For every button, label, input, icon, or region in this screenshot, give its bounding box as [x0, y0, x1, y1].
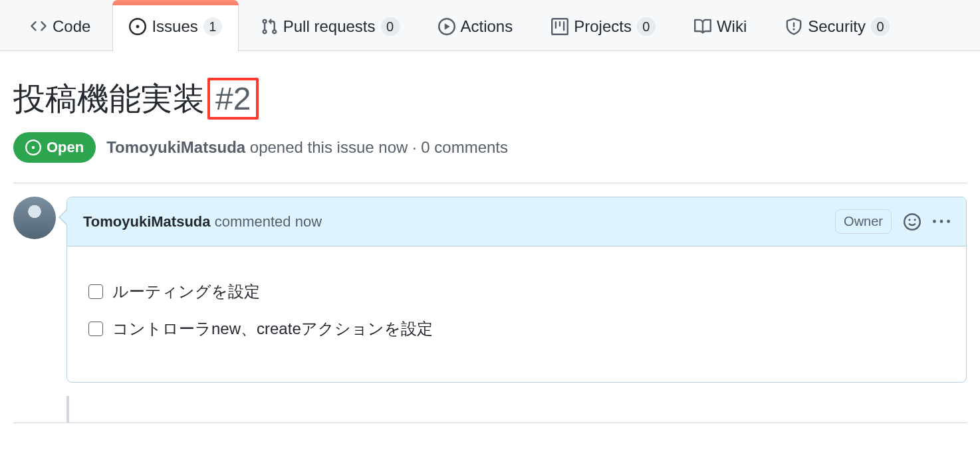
timeline-line: [66, 396, 69, 423]
state-badge-open: Open: [13, 132, 96, 163]
smiley-icon[interactable]: [904, 213, 921, 231]
tab-wiki[interactable]: Wiki: [677, 2, 763, 50]
kebab-icon[interactable]: [933, 213, 950, 231]
code-icon: [30, 18, 47, 35]
tab-pull-requests[interactable]: Pull requests 0: [244, 2, 416, 50]
issue-title-row: 投稿機能実装 #2: [13, 78, 967, 120]
issue-meta: TomoyukiMatsuda opened this issue now · …: [106, 138, 508, 157]
tab-actions-label: Actions: [461, 15, 513, 39]
security-count: 0: [871, 17, 890, 36]
tab-projects[interactable]: Projects 0: [535, 2, 672, 50]
comment-box: TomoyukiMatsuda commented now Owner ルー: [66, 197, 967, 383]
tab-code[interactable]: Code: [13, 2, 107, 50]
issue-opened-icon: [129, 18, 146, 35]
comment-author-link[interactable]: TomoyukiMatsuda: [83, 213, 211, 230]
comment-body: ルーティングを設定 コントローラnew、createアクションを設定: [67, 246, 966, 382]
state-label: Open: [47, 139, 84, 156]
task-checkbox[interactable]: [88, 284, 103, 299]
issue-opened-text: opened this issue now · 0 comments: [250, 138, 508, 156]
task-item: コントローラnew、createアクションを設定: [88, 318, 945, 339]
projects-count: 0: [637, 17, 656, 36]
tab-projects-label: Projects: [574, 15, 632, 39]
task-label: コントローラnew、createアクションを設定: [112, 318, 433, 339]
shield-icon: [785, 18, 802, 35]
tab-wiki-label: Wiki: [717, 15, 747, 39]
issue-author-link[interactable]: TomoyukiMatsuda: [106, 138, 245, 156]
issues-count: 1: [203, 17, 222, 36]
tab-security-label: Security: [808, 15, 866, 39]
issue-title: 投稿機能実装: [13, 78, 205, 120]
tab-code-label: Code: [53, 15, 90, 39]
project-icon: [551, 18, 568, 35]
divider: [13, 423, 967, 423]
tab-issues-label: Issues: [152, 15, 197, 39]
tab-issues[interactable]: Issues 1: [112, 0, 238, 50]
git-pull-request-icon: [261, 18, 278, 35]
tab-actions[interactable]: Actions: [422, 2, 530, 50]
tab-security[interactable]: Security 0: [769, 2, 906, 50]
comment-time-text: commented now: [215, 213, 322, 230]
owner-badge: Owner: [835, 209, 892, 234]
task-label: ルーティングを設定: [112, 281, 260, 302]
repo-nav: Code Issues 1 Pull requests 0 Actions: [0, 0, 980, 51]
pr-count: 0: [381, 17, 400, 36]
book-icon: [694, 18, 711, 35]
issue-opened-icon: [25, 140, 41, 155]
tab-pr-label: Pull requests: [283, 15, 376, 39]
issue-number: #2: [207, 78, 259, 120]
task-checkbox[interactable]: [88, 322, 103, 336]
avatar[interactable]: [13, 197, 56, 239]
task-item: ルーティングを設定: [88, 281, 945, 302]
play-icon: [438, 18, 455, 35]
